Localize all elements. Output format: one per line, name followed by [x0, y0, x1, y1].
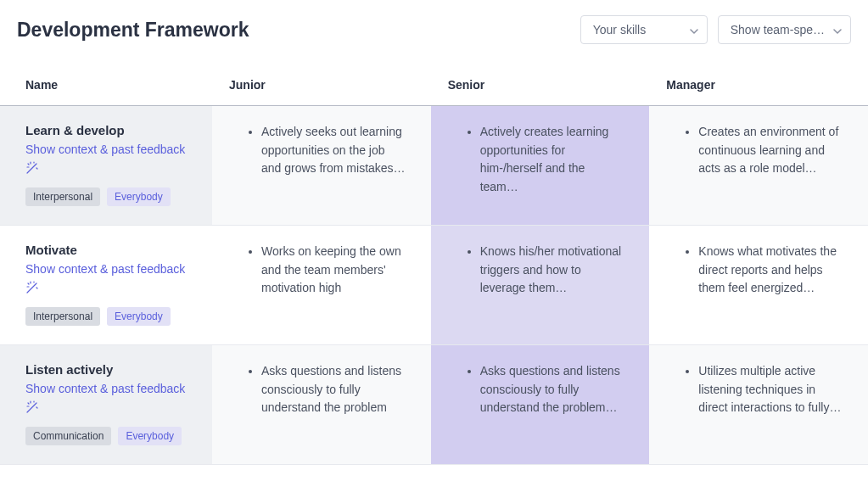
junior-cell: Asks questions and listens consciously t… — [212, 345, 431, 465]
manager-cell: Utilizes multiple active listening techn… — [649, 345, 868, 465]
team-filter-dropdown-label: Show team-spe… — [731, 23, 825, 36]
manager-cell: Creates an environment of continuous lea… — [649, 106, 868, 226]
category-tag[interactable]: Interpersonal — [25, 307, 100, 326]
senior-cell: Asks questions and listens consciously t… — [431, 345, 650, 465]
senior-cell: Actively creates learning opportunities … — [431, 106, 650, 226]
level-description: Creates an environment of continuous lea… — [698, 123, 844, 178]
table-row: Learn & develop Show context & past feed… — [0, 106, 868, 226]
feedback-link[interactable]: Show context & past feedback — [25, 382, 197, 395]
column-header-manager: Manager — [649, 64, 868, 106]
skill-name: Motivate — [25, 243, 197, 257]
level-description: Asks questions and listens consciously t… — [480, 362, 626, 417]
column-header-senior: Senior — [431, 64, 650, 106]
team-filter-dropdown[interactable]: Show team-spe… — [718, 15, 851, 44]
level-description: Works on keeping the own and the team me… — [261, 243, 407, 298]
feedback-link[interactable]: Show context & past feedback — [25, 143, 197, 156]
page-title: Development Framework — [17, 19, 249, 42]
chevron-down-icon — [690, 23, 698, 36]
table-row: Motivate Show context & past feedback In… — [0, 226, 868, 345]
category-tag[interactable]: Communication — [25, 427, 111, 445]
table-row: Listen actively Show context & past feed… — [0, 345, 868, 465]
level-description: Knows what motivates the direct reports … — [698, 243, 844, 298]
manager-cell: Knows what motivates the direct reports … — [649, 226, 868, 345]
skill-name-cell: Listen actively Show context & past feed… — [0, 345, 212, 465]
category-tag[interactable]: Interpersonal — [25, 187, 100, 206]
skill-name-cell: Motivate Show context & past feedback In… — [0, 226, 212, 345]
framework-table: Name Junior Senior Manager Learn & devel… — [0, 64, 868, 465]
column-header-junior: Junior — [212, 64, 431, 106]
column-header-name: Name — [0, 64, 212, 106]
magic-wand-icon[interactable] — [25, 161, 39, 177]
level-description: Utilizes multiple active listening techn… — [698, 362, 844, 417]
audience-tag[interactable]: Everybody — [107, 307, 171, 326]
level-description: Knows his/her motivational triggers and … — [480, 243, 626, 298]
header-dropdowns: Your skills Show team-spe… — [580, 15, 851, 44]
skills-dropdown[interactable]: Your skills — [580, 15, 708, 44]
skill-tags: Interpersonal Everybody — [25, 187, 197, 206]
senior-cell: Knows his/her motivational triggers and … — [431, 226, 650, 345]
level-description: Actively creates learning opportunities … — [480, 123, 626, 197]
skill-name-cell: Learn & develop Show context & past feed… — [0, 106, 212, 226]
feedback-link[interactable]: Show context & past feedback — [25, 262, 197, 276]
skill-name: Listen actively — [25, 362, 197, 377]
audience-tag[interactable]: Everybody — [118, 427, 182, 445]
audience-tag[interactable]: Everybody — [107, 187, 171, 206]
skill-tags: Interpersonal Everybody — [25, 307, 197, 326]
magic-wand-icon[interactable] — [25, 281, 39, 297]
level-description: Asks questions and listens consciously t… — [261, 362, 407, 417]
chevron-down-icon — [833, 23, 842, 36]
skill-name: Learn & develop — [25, 123, 197, 137]
magic-wand-icon[interactable] — [25, 400, 39, 417]
junior-cell: Actively seeks out learning opportunitie… — [212, 106, 431, 226]
skill-tags: Communication Everybody — [25, 427, 197, 445]
level-description: Actively seeks out learning opportunitie… — [261, 123, 407, 178]
skills-dropdown-label: Your skills — [593, 23, 647, 36]
junior-cell: Works on keeping the own and the team me… — [212, 226, 431, 345]
